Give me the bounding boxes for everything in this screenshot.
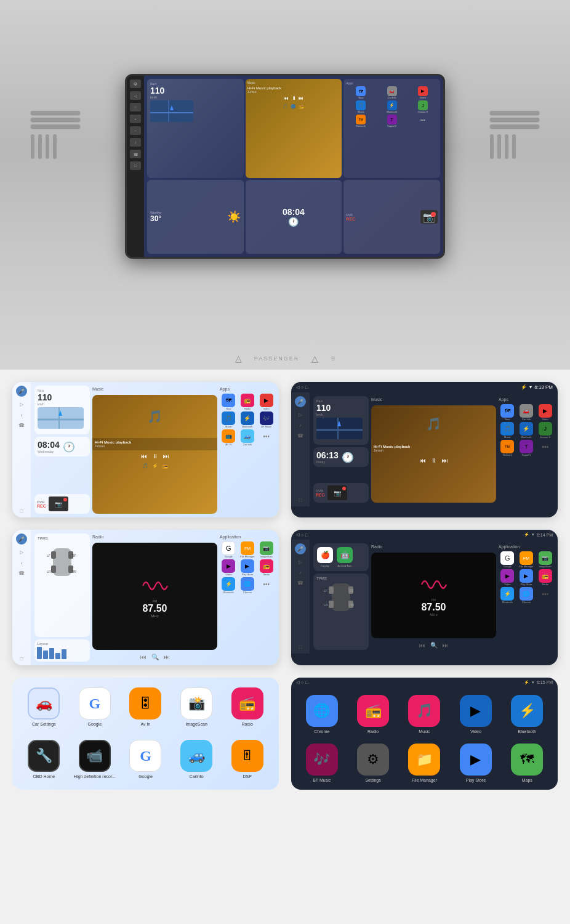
app-settings-br[interactable]: ⚙ Settings: [350, 744, 396, 782]
app-fm-mr[interactable]: FM File Manager: [518, 551, 536, 568]
box-tr[interactable]: □: [299, 497, 302, 503]
app-avin-bl[interactable]: 🎛 Av In: [124, 687, 167, 727]
nav-tr[interactable]: ▷: [299, 412, 302, 418]
app-navi-tl[interactable]: 🗺 Navi: [220, 394, 238, 410]
app-playstore-br[interactable]: ▶ Play Store: [452, 744, 499, 782]
app-radio-br[interactable]: 📻 Radio: [350, 695, 396, 734]
next-btn[interactable]: ⏭: [299, 95, 303, 101]
app-imagescan-bl[interactable]: 📸 ImageScan: [175, 687, 219, 727]
app-toppal[interactable]: T Toppal V: [377, 115, 407, 128]
app-files-br[interactable]: 📁 File Manager: [401, 744, 448, 782]
box-nav-btn[interactable]: □: [20, 508, 23, 514]
mic-tr[interactable]: 🎤: [295, 396, 306, 407]
nav-mr[interactable]: ◁○□: [296, 532, 308, 537]
app-vid-mr[interactable]: ▶ Video: [499, 569, 516, 586]
app-bt-br[interactable]: ⚡ Bluetooth: [504, 695, 550, 734]
app-radio-ml[interactable]: 📻 Radio: [257, 559, 275, 576]
freq-next-mr[interactable]: ⏭: [443, 642, 449, 649]
app-video-br[interactable]: ▶ Video: [452, 695, 499, 734]
app-video-ml[interactable]: ▶ Video: [220, 559, 238, 576]
freq-prev-ml[interactable]: ⏮: [140, 654, 147, 660]
app-btmusic-br[interactable]: 🎶 BT Music: [299, 744, 345, 782]
app-more-tl[interactable]: •••: [257, 429, 275, 446]
freq-prev-mr[interactable]: ⏮: [419, 642, 425, 649]
home-btn[interactable]: ○: [130, 103, 141, 111]
music-tr[interactable]: ♪: [299, 423, 302, 428]
app-more[interactable]: •••: [408, 115, 438, 128]
app-radio-tl[interactable]: 📻 Radio: [239, 394, 257, 410]
app-radio-mr[interactable]: 📻 Radio: [536, 569, 554, 586]
box-ml[interactable]: □: [20, 656, 23, 662]
app-ps-mr[interactable]: ▶ Play Store: [518, 569, 536, 586]
app-music[interactable]: 🎵 Music: [346, 100, 375, 113]
app-bt-ml[interactable]: ⚡ Bluetooth: [220, 577, 238, 594]
phone-btn[interactable]: ☎: [130, 150, 141, 158]
music-ml[interactable]: ♪: [20, 560, 23, 565]
app-bluetooth-tl[interactable]: ⚡ Bluetooth: [239, 411, 257, 428]
next-tr[interactable]: ⏭: [442, 457, 448, 464]
app-store-ml[interactable]: ▶ Play Store: [239, 559, 257, 576]
freq-search-ml[interactable]: 🔍: [151, 654, 159, 660]
play-btn[interactable]: ⏸: [291, 95, 296, 101]
app-scan-mr[interactable]: 📷 ImageScan: [536, 551, 554, 568]
app-google-ml[interactable]: G Google: [220, 541, 238, 558]
back-btn[interactable]: ◁: [130, 91, 141, 100]
box-btn[interactable]: □: [130, 161, 141, 170]
phone-tr[interactable]: ☎: [297, 433, 303, 439]
nav-btn[interactable]: ▷: [20, 402, 23, 407]
app-fm-ml[interactable]: FM File Manager: [239, 541, 257, 558]
app-navi-tr[interactable]: 🗺 Navi: [499, 404, 516, 421]
nav-controls-tr[interactable]: ◁ ○ □: [296, 385, 308, 390]
back-icon-tr[interactable]: ◁: [296, 385, 299, 390]
power-btn[interactable]: ⏻: [130, 79, 141, 88]
app-music-tl[interactable]: 🎵 Music: [220, 411, 238, 428]
app-btmusic-tl[interactable]: 🎶 BT Music: [257, 411, 275, 428]
mic-btn[interactable]: 🎤: [16, 386, 27, 397]
main-car-screen[interactable]: ⏻ ◁ ○ + − ♪ ☎ □ Navi 110 km/h: [125, 74, 445, 259]
music-btn[interactable]: ♪: [130, 138, 141, 147]
app-video[interactable]: ▶ Video: [408, 86, 438, 99]
next-tl[interactable]: ⏭: [163, 453, 169, 460]
app-junsun[interactable]: J Junsun S: [408, 100, 438, 113]
phone-nav-btn[interactable]: ☎: [18, 423, 25, 428]
prev-tr[interactable]: ⏮: [420, 457, 426, 464]
recent-icon-tr[interactable]: □: [305, 385, 308, 389]
app-recorder-bl[interactable]: 📹 High definition recor...: [73, 740, 117, 780]
prev-btn[interactable]: ⏮: [284, 95, 289, 101]
app-g-mr[interactable]: G Google: [499, 551, 516, 568]
side-controls[interactable]: ⏻ ◁ ○ + − ♪ ☎ □: [127, 76, 144, 257]
app-car-settings[interactable]: 🚗 Car Settings: [22, 687, 66, 727]
app-junsun-tr[interactable]: J Junsun S: [536, 422, 554, 439]
freq-next-ml[interactable]: ⏭: [164, 654, 170, 660]
app-toppal-tr[interactable]: T Toppal V: [518, 440, 536, 456]
app-bt-tr[interactable]: ⚡ Bluetooth: [518, 422, 536, 439]
freq-search-mr[interactable]: 🔍: [430, 642, 438, 649]
app-more-ml[interactable]: •••: [257, 577, 275, 594]
app-google-bl[interactable]: G Google: [73, 687, 117, 727]
nav-ml[interactable]: ▷: [20, 549, 23, 555]
app-carinfo-tl[interactable]: 🚙 Car Info: [239, 429, 257, 446]
app-music-tr[interactable]: 🎵 Music: [499, 422, 516, 439]
app-carinfo-bl[interactable]: 🚙 CarInfo: [175, 740, 219, 780]
play-tl[interactable]: ⏸: [152, 453, 158, 460]
vol-down-btn[interactable]: −: [130, 126, 141, 135]
app-music-br[interactable]: 🎵 Music: [401, 695, 448, 734]
app-fm-tr[interactable]: FM Network: [499, 440, 516, 456]
vol-up-btn[interactable]: +: [130, 115, 141, 123]
app-chrome-mr[interactable]: 🌐 Chrome: [518, 587, 536, 604]
app-chrome-br[interactable]: 🌐 Chrome: [299, 695, 345, 734]
app-obd-bl[interactable]: 🔧 OBD Home: [22, 740, 66, 780]
app-video-tl[interactable]: ▶ Video: [257, 394, 275, 410]
app-avin-tl[interactable]: 📺 AV IN: [220, 429, 238, 446]
app-carinfo[interactable]: 🚗 Car Info: [377, 86, 407, 99]
app-scan-ml[interactable]: 📷 ImageScan: [257, 541, 275, 558]
app-fm[interactable]: FM Network: [346, 115, 375, 128]
music-nav-btn[interactable]: ♪: [20, 412, 23, 418]
app-more-tr[interactable]: •••: [536, 440, 554, 456]
play-tr[interactable]: ⏸: [431, 457, 437, 464]
app-carinfo-tr[interactable]: 🚗 Car Info: [518, 404, 536, 421]
app-bt-mr[interactable]: ⚡ Bluetooth: [499, 587, 516, 604]
mic-ml[interactable]: 🎤: [16, 533, 27, 545]
app-chrome-ml[interactable]: 🌐 Chrome: [239, 577, 257, 594]
phone-ml[interactable]: ☎: [18, 570, 25, 576]
